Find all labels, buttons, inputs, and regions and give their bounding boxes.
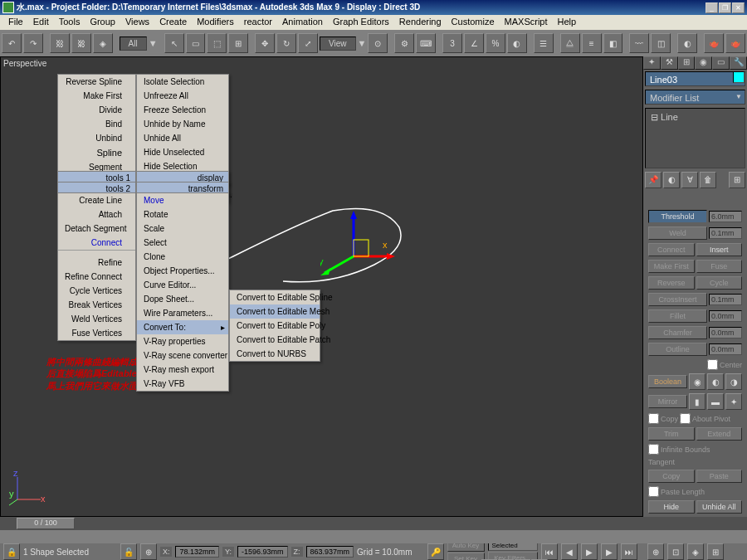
- ctx-create-line[interactable]: Create Line: [58, 193, 135, 207]
- ctx-move[interactable]: Move: [137, 193, 228, 207]
- viewnav-3[interactable]: ◈: [687, 543, 704, 560]
- goto-end-button[interactable]: ⏭: [621, 543, 637, 560]
- ctx-curve-editor[interactable]: Curve Editor...: [137, 278, 228, 292]
- bool-subtract-icon[interactable]: ◐: [707, 373, 724, 390]
- percentsnap-button[interactable]: %: [486, 33, 505, 53]
- fillet-input[interactable]: [709, 310, 742, 322]
- layers-button[interactable]: ◧: [603, 33, 623, 53]
- menu-tools[interactable]: Tools: [54, 15, 85, 30]
- tab-motion[interactable]: ◉: [695, 56, 712, 70]
- keyboard-button[interactable]: ⌨: [416, 33, 436, 53]
- move-button[interactable]: ✥: [255, 33, 275, 53]
- ctx-convert-to[interactable]: Convert To:: [137, 320, 228, 334]
- convert-poly[interactable]: Convert to Editable Poly: [230, 319, 320, 333]
- transform-gizmo[interactable]: x y: [320, 211, 395, 285]
- reverse-button[interactable]: Reverse: [648, 276, 695, 290]
- rotate-button[interactable]: ↻: [276, 33, 296, 53]
- ctx-divide[interactable]: Divide: [58, 103, 135, 117]
- ctx-spline[interactable]: Spline✓: [58, 145, 135, 160]
- show-result-button[interactable]: ◐: [663, 172, 680, 188]
- chamfer-input[interactable]: [709, 327, 742, 338]
- ctx-refine[interactable]: Refine: [58, 256, 135, 270]
- modifier-list-dropdown[interactable]: Modifier List: [645, 90, 745, 105]
- menu-edit[interactable]: Edit: [28, 15, 54, 30]
- ctx-wire-parameters[interactable]: Wire Parameters...: [137, 306, 228, 320]
- ctx-vray-mesh-export[interactable]: V-Ray mesh export: [137, 363, 228, 377]
- mirror-button[interactable]: Mirror: [648, 395, 687, 408]
- key-icon[interactable]: 🔑: [427, 543, 444, 560]
- manipulate-button[interactable]: ⚙: [394, 33, 414, 53]
- hide-button[interactable]: Hide: [648, 500, 695, 514]
- tab-create[interactable]: ✦: [643, 56, 661, 70]
- ctx-dope-sheet[interactable]: Dope Sheet...: [137, 292, 228, 306]
- redo-button[interactable]: ↷: [23, 33, 43, 53]
- time-slider[interactable]: 0 / 100: [0, 517, 747, 530]
- ctx-unbind[interactable]: Unbind: [58, 131, 135, 145]
- renderscene-button[interactable]: 🫖: [704, 33, 724, 53]
- convert-nurbs[interactable]: Convert to NURBS: [230, 347, 320, 361]
- menu-group[interactable]: Group: [85, 15, 120, 30]
- undo-button[interactable]: ↶: [2, 33, 22, 53]
- ctx-clone[interactable]: Clone: [137, 250, 228, 264]
- cycle-button[interactable]: Cycle: [696, 276, 743, 290]
- viewnav-1[interactable]: ⊕: [647, 543, 664, 560]
- mirror-h-icon[interactable]: ▮: [689, 393, 706, 410]
- selectregion-button[interactable]: ⬚: [207, 33, 227, 53]
- pin-stack-button[interactable]: 📌: [645, 172, 662, 188]
- outline-input[interactable]: [709, 343, 742, 355]
- menu-modifiers[interactable]: Modifiers: [192, 15, 239, 30]
- tab-modify[interactable]: ⚒: [661, 56, 678, 70]
- time-slider-handle[interactable]: 0 / 100: [17, 518, 75, 529]
- x-coord[interactable]: 78.132mm: [175, 546, 219, 558]
- quickrender-button[interactable]: 🫖: [725, 33, 745, 53]
- play-button[interactable]: ▶: [581, 543, 598, 560]
- modifier-stack[interactable]: ⊟ Line: [645, 108, 745, 168]
- menu-customize[interactable]: Customize: [447, 15, 500, 30]
- anglesnap-button[interactable]: ∠: [464, 33, 484, 53]
- ctx-weld-vertices[interactable]: Weld Vertices: [58, 312, 135, 326]
- ctx-make-first[interactable]: Make First: [58, 89, 135, 103]
- pivotcenter-button[interactable]: ⊙: [368, 33, 388, 53]
- scale-button[interactable]: ⤢: [298, 33, 318, 53]
- ctx-connect[interactable]: Connect: [58, 236, 135, 250]
- remove-mod-button[interactable]: 🗑: [700, 172, 716, 188]
- menu-file[interactable]: File: [3, 15, 28, 30]
- makefirst-button[interactable]: Make First: [648, 260, 695, 273]
- trim-button[interactable]: Trim: [648, 427, 695, 441]
- curveed-button[interactable]: 〰: [629, 33, 649, 53]
- mirror-button[interactable]: ⧋: [560, 33, 580, 53]
- viewport[interactable]: Perspective x y z x y 將中: [0, 56, 643, 517]
- weld-button[interactable]: Weld: [648, 226, 707, 240]
- ctx-unfreeze-all[interactable]: Unfreeze All: [137, 89, 228, 103]
- ctx-object-properties[interactable]: Object Properties...: [137, 264, 228, 278]
- infbounds-checkbox[interactable]: [648, 444, 659, 455]
- selection-filter[interactable]: All: [120, 37, 147, 51]
- menu-create[interactable]: Create: [154, 15, 192, 30]
- paste-button[interactable]: Paste: [696, 470, 743, 483]
- configure-button[interactable]: ⊞: [729, 172, 745, 188]
- tab-utilities[interactable]: 🔧: [730, 56, 747, 70]
- mirror-both-icon[interactable]: ✦: [725, 393, 742, 410]
- tab-hierarchy[interactable]: ⊞: [678, 56, 696, 70]
- ctx-break-vertices[interactable]: Break Vertices: [58, 298, 135, 312]
- unhideall-button[interactable]: Unhide All: [696, 500, 743, 514]
- ctx-select[interactable]: Select: [137, 236, 228, 250]
- stack-line[interactable]: ⊟ Line: [648, 111, 742, 124]
- aboutpivot-checkbox[interactable]: [680, 413, 691, 424]
- minimize-button[interactable]: _: [706, 2, 718, 13]
- ctx-freeze-selection[interactable]: Freeze Selection: [137, 103, 228, 117]
- object-name-field[interactable]: Line03: [645, 71, 745, 86]
- viewnav-4[interactable]: ⊞: [707, 543, 724, 560]
- ctx-detach-segment[interactable]: Detach Segment: [58, 222, 135, 236]
- mirror-v-icon[interactable]: ▬: [707, 393, 724, 410]
- fillet-button[interactable]: Fillet: [648, 309, 707, 323]
- ctx-cycle-vertices[interactable]: Cycle Vertices: [58, 284, 135, 298]
- unlink-button[interactable]: ⛓̸: [71, 33, 91, 53]
- selectname-button[interactable]: ▭: [186, 33, 206, 53]
- snap-button[interactable]: 3: [442, 33, 462, 53]
- ctx-scale[interactable]: Scale: [137, 222, 228, 236]
- ctx-vray-vfb[interactable]: V-Ray VFB: [137, 377, 228, 391]
- setkey-button[interactable]: Set Key: [447, 553, 485, 561]
- ctx-isolate[interactable]: Isolate Selection: [137, 75, 228, 89]
- center-checkbox[interactable]: [707, 359, 718, 370]
